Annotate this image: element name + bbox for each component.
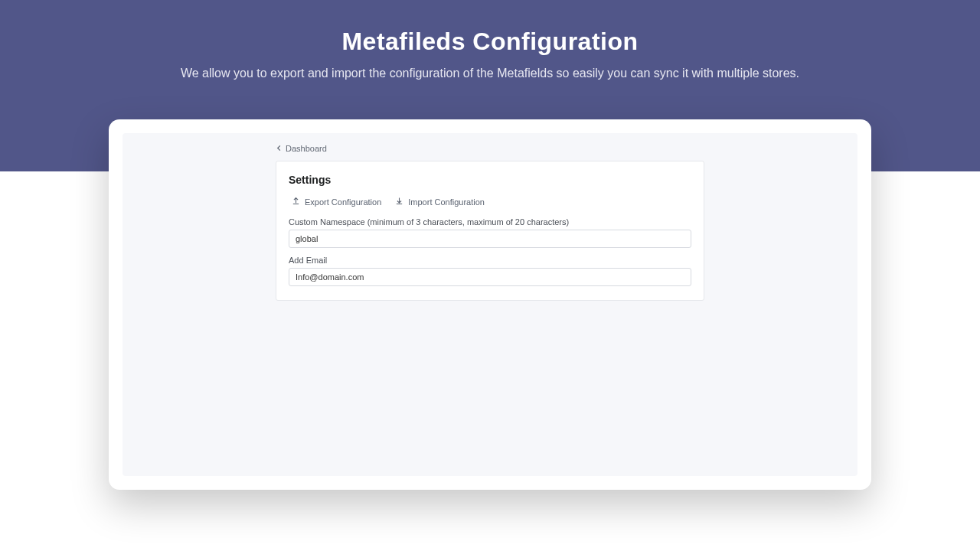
namespace-field: Custom Namespace (minimum of 3 character… xyxy=(289,217,691,248)
import-config-button[interactable]: Import Configuration xyxy=(395,197,485,207)
import-label: Import Configuration xyxy=(408,197,485,207)
page-title: Metafileds Configuration xyxy=(0,28,980,56)
download-icon xyxy=(395,197,403,207)
panel-actions: Export Configuration Import Configuratio… xyxy=(292,197,691,207)
panel-heading: Settings xyxy=(289,174,691,186)
screenshot-card: Dashboard Settings Export Configuration … xyxy=(109,119,871,490)
namespace-input[interactable] xyxy=(289,230,691,248)
settings-panel: Settings Export Configuration Import Con… xyxy=(276,161,704,301)
breadcrumb[interactable]: Dashboard xyxy=(276,144,858,153)
app-frame: Dashboard Settings Export Configuration … xyxy=(122,133,858,476)
page-subtitle: We allow you to export and import the co… xyxy=(0,67,980,80)
upload-icon xyxy=(292,197,300,207)
email-input[interactable] xyxy=(289,268,691,286)
email-field: Add Email xyxy=(289,256,691,286)
breadcrumb-label: Dashboard xyxy=(286,144,327,153)
export-config-button[interactable]: Export Configuration xyxy=(292,197,381,207)
export-label: Export Configuration xyxy=(305,197,381,207)
namespace-label: Custom Namespace (minimum of 3 character… xyxy=(289,217,691,227)
email-label: Add Email xyxy=(289,256,691,265)
chevron-left-icon xyxy=(276,144,283,153)
